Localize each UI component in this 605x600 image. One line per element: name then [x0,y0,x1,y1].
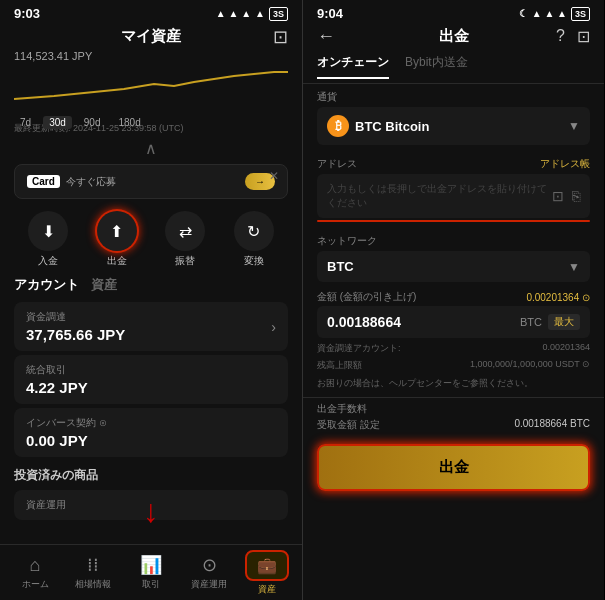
action-deposit[interactable]: ⬇ 入金 [28,211,68,268]
amount-value: 0.00188664 [327,314,401,330]
tab-internal[interactable]: Bybit内送金 [405,54,468,79]
amount-currency: BTC [520,316,542,328]
page-title-left: マイ資産 [121,27,181,46]
nav-trade-label: 取引 [142,578,160,591]
fee-section: 出金手数料 受取金額 設定 0.00188664 BTC [303,397,604,438]
portfolio-chart [14,64,288,109]
time-7d[interactable]: 7d [14,116,37,129]
network-value: BTC [327,259,354,274]
time-left: 9:03 [14,6,40,21]
address-input[interactable]: 入力もしくは長押しで出金アドレスを貼り付けてください ⊡ ⎘ [317,174,590,218]
between-arrow: ➤ [300,279,302,321]
account-card-row-1: 資金調達 37,765.66 JPY › [26,310,276,343]
nav-asset-mgmt[interactable]: ⊙ 資産運用 [180,554,238,591]
withdraw-button[interactable]: 出金 [317,444,590,491]
currency-select[interactable]: ₿ BTC Bitcoin ▼ [317,107,590,145]
action-withdraw[interactable]: ⬆ 出金 [97,211,137,268]
status-bar-right: 9:04 ☾ ▲ ▲ ▲ 3S [303,0,604,23]
right-phone: 9:04 ☾ ▲ ▲ ▲ 3S ← 出金 ? ⊡ オンチェーン Bybit内送金… [302,0,604,600]
time-right: 9:04 [317,6,343,21]
nav-home-label: ホーム [22,578,49,591]
right-header: ← 出金 ? ⊡ [303,23,604,50]
address-book-label[interactable]: アドレス帳 [540,157,590,171]
nav-trade[interactable]: 📊 取引 [122,554,180,591]
nav-market[interactable]: ⁞⁞ 相場情報 [64,554,122,591]
battery-icon-right: 3S [571,7,590,21]
tab-assets[interactable]: 資産 [91,276,117,294]
amount-label: 金額 (金額の引き上げ) [317,290,416,304]
section-tabs: アカウント 資産 [0,272,302,298]
funding-value: 37,765.66 JPY [26,326,125,343]
unified-value: 4.22 JPY [26,379,276,396]
funding-label: 資金調達 [26,310,125,324]
tab-underline [317,77,389,79]
network-dropdown-arrow: ▼ [568,260,580,274]
card-now-label: 今すぐ応募 [66,175,116,189]
help-text: お困りの場合は、ヘルプセンターをご参照ください。 [303,374,604,393]
header-icons-right: ? ⊡ [556,27,590,46]
withdraw-label: 出金 [107,254,127,268]
time-90d[interactable]: 90d [78,116,107,129]
home-icon: ⌂ [30,555,41,576]
share-icon[interactable]: ⊡ [577,27,590,46]
unified-label: 統合取引 [26,363,276,377]
battery-icon: 3S [269,7,288,21]
transfer-icon: ⇄ [179,222,192,241]
address-label-row: アドレス アドレス帳 [317,157,590,171]
status-icons-right: ☾ ▲ ▲ ▲ 3S [519,7,590,21]
chart-area: 114,523.41 JPY 7d 30d 90d 180d [0,50,302,120]
tab-internal-label: Bybit内送金 [405,54,468,75]
deposit-icon: ⬇ [42,222,55,241]
account-card-inverse[interactable]: インバース契約 ⊙ 0.00 JPY [14,408,288,457]
card-banner-left: Card 今すぐ応募 [27,175,116,189]
nav-portfolio[interactable]: 💼 資産 [238,550,296,596]
amount-input-row[interactable]: 0.00188664 BTC 最大 [317,306,590,338]
wifi-icon: ▲ [255,8,265,19]
withdraw-icon: ⬆ [110,222,123,241]
transfer-label: 振替 [175,254,195,268]
amount-label-row: 金額 (金額の引き上げ) 0.00201364 ⊙ [303,284,604,306]
arrow-icon: › [271,319,276,335]
moon-icon: ☾ [519,8,528,19]
amount-max[interactable]: 最大 [548,314,580,330]
portfolio-icon: 💼 [257,557,277,574]
network-select[interactable]: BTC ▼ [317,251,590,282]
info-row-1: 資金調達アカウント: 0.00201364 [303,340,604,357]
market-icon: ⁞⁞ [87,554,99,576]
account-card-funding[interactable]: 資金調達 37,765.66 JPY › [14,302,288,351]
account-card-unified[interactable]: 統合取引 4.22 JPY [14,355,288,404]
currency-section: 通貨 ₿ BTC Bitcoin ▼ [303,84,604,151]
time-180d[interactable]: 180d [113,116,147,129]
back-button[interactable]: ← [317,26,335,47]
balance-limit-value: 1,000,000/1,000,000 USDT ⊙ [470,359,590,372]
time-30d[interactable]: 30d [43,116,72,129]
card-banner[interactable]: Card 今すぐ応募 → ✕ [14,164,288,199]
bottom-nav: ⌂ ホーム ⁞⁞ 相場情報 📊 取引 ⊙ 資産運用 💼 資産 [0,544,302,600]
tab-account[interactable]: アカウント [14,276,79,294]
red-arrow-down: ↓ [143,493,159,530]
tab-onchain[interactable]: オンチェーン [317,54,389,79]
nav-market-label: 相場情報 [75,578,111,591]
deposit-label: 入金 [38,254,58,268]
withdraw-icon-wrap: ⬆ [97,211,137,251]
profile-icon[interactable]: ⊡ [273,26,288,48]
action-row: ⬇ 入金 ⬆ 出金 ⇄ 振替 ↻ 変換 [0,203,302,272]
address-placeholder: 入力もしくは長押しで出金アドレスを貼り付けてください [327,182,552,210]
balance-limit-label: 残高上限額 [317,359,362,372]
info-row-2: 残高上限額 1,000,000/1,000,000 USDT ⊙ [303,357,604,374]
action-transfer[interactable]: ⇄ 振替 [165,211,205,268]
asset-mgmt-icon: ⊙ [202,554,217,576]
help-icon[interactable]: ? [556,27,565,46]
scan-icon[interactable]: ⊡ [552,188,564,204]
collapse-indicator[interactable]: ∧ [0,137,302,160]
address-input-icons: ⊡ ⎘ [552,188,580,204]
close-icon[interactable]: ✕ [269,169,279,183]
invested-header: 投資済みの商品 [0,461,302,486]
card-badge: Card [27,175,60,188]
funding-acct-label: 資金調達アカウント: [317,342,401,355]
nav-home[interactable]: ⌂ ホーム [6,555,64,591]
address-underline [317,220,590,222]
action-convert[interactable]: ↻ 変換 [234,211,274,268]
left-header: マイ資産 ⊡ [0,23,302,50]
paste-icon[interactable]: ⎘ [572,188,580,204]
